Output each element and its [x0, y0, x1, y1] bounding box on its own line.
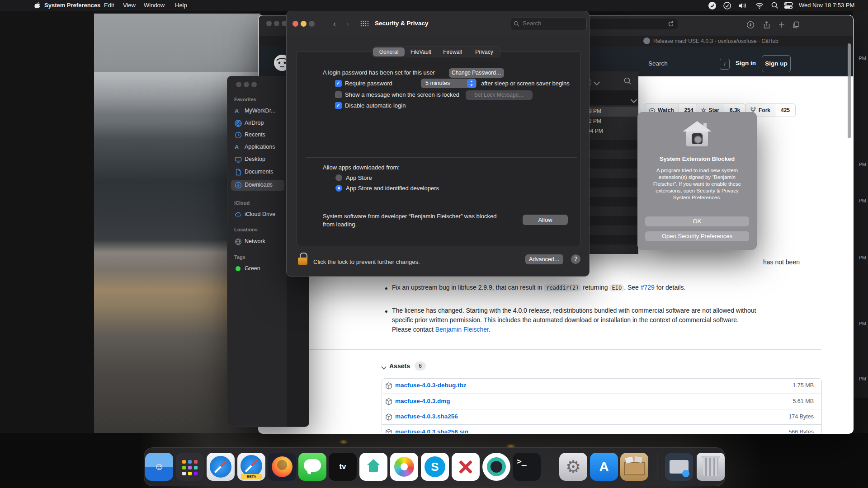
bullet-dot	[385, 310, 387, 313]
dock-firefox-icon[interactable]	[268, 453, 296, 481]
dock-safari-beta-icon[interactable]: BETA	[237, 453, 265, 481]
bullet1-text: Fix an upstream bug in libfuse 2.9.9, th…	[392, 284, 544, 291]
dock-system-preferences-icon[interactable]: ⚙	[559, 453, 587, 481]
change-password-button[interactable]: Change Password…	[449, 68, 504, 78]
require-password-checkbox[interactable]	[335, 80, 342, 87]
search-icon[interactable]	[623, 77, 632, 85]
menu-view[interactable]: View	[123, 2, 136, 9]
sign-in-link[interactable]: Sign in	[736, 60, 756, 66]
allow-button[interactable]: Allow	[523, 215, 568, 225]
back-button[interactable]: ‹	[333, 19, 336, 28]
assets-disclosure-icon[interactable]	[381, 364, 386, 369]
sidebar-item-network[interactable]: Network	[231, 236, 284, 247]
window-minimize-button[interactable]	[274, 21, 279, 26]
share-icon[interactable]	[763, 21, 771, 29]
menu-window[interactable]: Window	[144, 2, 165, 9]
help-button[interactable]: ?	[571, 254, 580, 264]
tab-overview-icon[interactable]	[792, 21, 800, 29]
window-close-button[interactable]	[266, 21, 272, 26]
dock-ring-app-icon[interactable]	[482, 453, 510, 481]
sidebar-item-downloads[interactable]: Downloads	[231, 180, 284, 191]
dock-photos-pinwheel-icon[interactable]	[390, 453, 418, 481]
menu-help[interactable]: Help	[175, 2, 187, 9]
window-close-button[interactable]	[236, 82, 241, 87]
assets-heading[interactable]: Assets	[389, 362, 410, 370]
unlocked-padlock-icon[interactable]	[298, 258, 307, 265]
sidebar-item-documents[interactable]: Documents	[231, 167, 284, 178]
sidebar-item-recents[interactable]: Recents	[231, 130, 284, 141]
sidebar-item-myworkdrive[interactable]: A MyWorkDr...	[231, 106, 284, 117]
dock-messages-icon[interactable]	[298, 453, 326, 481]
show-all-grid-icon[interactable]	[360, 20, 368, 27]
tab-privacy[interactable]: Privacy	[468, 47, 500, 57]
asset-link[interactable]: macfuse-4.0.3.sha256.sig	[395, 428, 468, 434]
advanced-button[interactable]: Advanced…	[525, 254, 563, 264]
github-search-box[interactable]: Search	[648, 60, 668, 67]
time-fragment: PM	[859, 162, 867, 167]
applications-icon: A	[235, 144, 242, 151]
asset-row: macfuse-4.0.3-debug.tbz 1.75 MB	[382, 378, 821, 394]
tab-filevault[interactable]: FileVault	[405, 47, 437, 57]
tab-firewall[interactable]: Firewall	[437, 47, 468, 57]
preferences-titlebar: ‹ › Security & Privacy	[287, 11, 589, 35]
dock-safari-icon[interactable]	[207, 453, 235, 481]
volume-icon[interactable]	[739, 2, 747, 9]
app-store-radio[interactable]	[335, 174, 342, 181]
fork-count[interactable]: 425	[775, 104, 795, 117]
spotlight-icon[interactable]	[771, 2, 778, 9]
wifi-icon[interactable]	[755, 3, 764, 9]
dock-disk-image-icon[interactable]	[665, 453, 693, 481]
asset-size: 174 Bytes	[788, 413, 814, 420]
dock-red-pinwheel-icon[interactable]	[452, 453, 480, 481]
dock-trash-icon[interactable]	[697, 453, 725, 481]
menu-bar-clock[interactable]: Wed Nov 18 7:53 PM	[799, 2, 854, 9]
password-delay-dropdown[interactable]: 5 minutes	[421, 79, 476, 88]
window-minimize-button[interactable]	[244, 82, 249, 87]
identified-developers-radio[interactable]	[335, 185, 342, 192]
new-tab-icon[interactable]	[778, 21, 786, 29]
window-minimize-button[interactable]	[301, 21, 307, 27]
sidebar-item-tag-green[interactable]: Green	[231, 263, 284, 274]
control-center-icon[interactable]	[784, 2, 793, 9]
benjamin-fleischer-link[interactable]: Benjamin Fleischer	[435, 326, 489, 333]
dock-installer-box-icon[interactable]	[620, 453, 648, 481]
menu-app-name[interactable]: System Preferences	[44, 2, 100, 9]
dock-terminal-icon[interactable]: >_	[513, 453, 541, 481]
window-close-button[interactable]	[292, 21, 298, 27]
sidebar-item-desktop[interactable]: Desktop	[231, 154, 284, 165]
asset-link[interactable]: macfuse-4.0.3.sha256	[395, 413, 458, 420]
lock-message-checkbox[interactable]	[335, 91, 342, 98]
disable-auto-login-checkbox[interactable]	[335, 102, 342, 109]
ok-button[interactable]: OK	[645, 216, 749, 226]
dock-finder-icon[interactable]: ☺	[145, 453, 173, 481]
browser-scrollbar[interactable]	[848, 43, 851, 138]
status-check-icon[interactable]	[708, 2, 716, 9]
forward-button[interactable]: ›	[346, 19, 349, 28]
sidebar-item-applications[interactable]: A Applications	[231, 142, 284, 153]
status-shield-icon[interactable]	[723, 2, 731, 9]
sidebar-item-airdrop[interactable]: AirDrop	[231, 118, 284, 129]
chevron-down-icon[interactable]	[594, 79, 600, 85]
bullet1-text: for details.	[655, 284, 685, 291]
downloads-icon[interactable]	[746, 21, 755, 29]
dock-launchpad-icon[interactable]	[176, 453, 204, 481]
asset-link[interactable]: macfuse-4.0.3-debug.tbz	[395, 382, 467, 389]
search-input[interactable]	[522, 19, 582, 27]
dock-apple-tv-icon[interactable]: tv	[329, 453, 357, 481]
asset-link[interactable]: macfuse-4.0.3.dmg	[395, 398, 450, 404]
sign-up-button[interactable]: Sign up	[762, 55, 791, 72]
open-security-preferences-button[interactable]: Open Security Preferences	[645, 231, 749, 241]
menu-edit[interactable]: Edit	[104, 2, 114, 9]
sidebar-item-icloud-drive[interactable]: iCloud Drive	[231, 209, 284, 220]
window-zoom-button[interactable]	[251, 82, 257, 87]
dock-skype-icon[interactable]: S	[421, 453, 449, 481]
issue-729-link[interactable]: #729	[641, 284, 655, 291]
dock-app-store-icon[interactable]: A	[590, 453, 618, 481]
dock-home-icon[interactable]	[359, 453, 387, 481]
tab-general[interactable]: General	[373, 47, 405, 56]
reload-icon[interactable]	[668, 21, 674, 27]
preferences-search-field[interactable]	[510, 18, 587, 30]
apple-menu-icon[interactable]	[34, 2, 41, 9]
window-zoom-button[interactable]	[309, 21, 315, 27]
security-preferences-icon	[683, 120, 712, 149]
